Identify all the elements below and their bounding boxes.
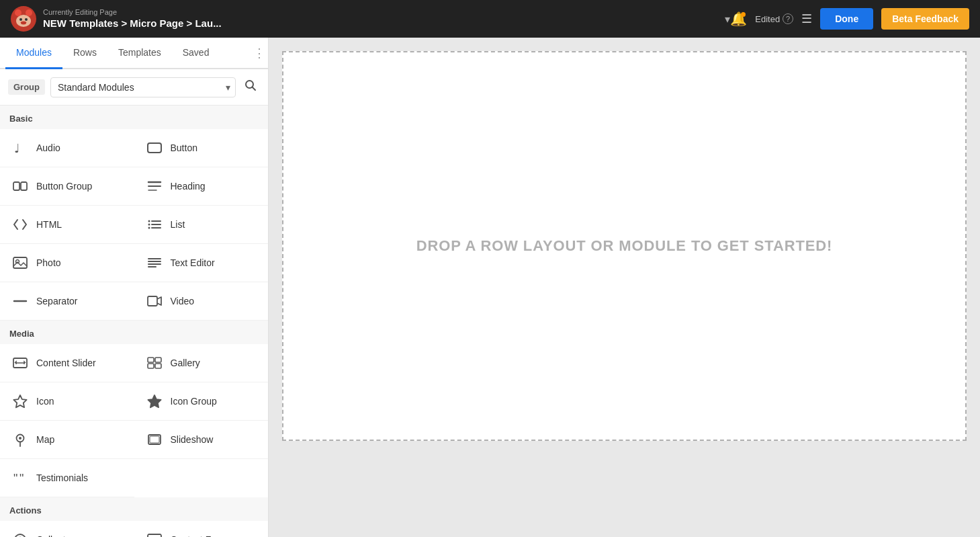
svg-marker-37 <box>148 395 161 407</box>
section-header-actions: Actions <box>0 497 268 521</box>
module-item-gallery[interactable]: Gallery <box>134 344 269 382</box>
notification-bell-icon[interactable]: 🔔 <box>730 11 747 27</box>
svg-rect-49 <box>148 534 161 537</box>
topbar-right: 🔔 Edited ? ☰ Done Beta Feedback <box>730 8 969 30</box>
svg-point-20 <box>148 227 150 229</box>
main-layout: Modules Rows Templates Saved ⋮ Group Sta… <box>0 38 980 537</box>
notification-dot <box>741 12 746 17</box>
button-group-icon <box>11 177 30 196</box>
module-label-video: Video <box>171 296 195 306</box>
html-icon <box>11 215 30 234</box>
search-icon <box>244 79 257 92</box>
module-item-icon-group[interactable]: Icon Group <box>134 382 269 421</box>
module-item-html[interactable]: HTML <box>0 206 134 244</box>
module-label-photo: Photo <box>36 257 61 268</box>
group-select-wrapper: Standard Modules Custom Modules ▾ <box>50 77 236 97</box>
module-label-separator: Separator <box>36 296 77 306</box>
svg-rect-33 <box>155 358 161 362</box>
section-header-media: Media <box>0 321 268 344</box>
module-item-icon[interactable]: Icon <box>0 382 134 421</box>
svg-point-1 <box>15 9 21 16</box>
svg-rect-12 <box>21 182 27 190</box>
svg-text:": " <box>19 472 24 484</box>
topbar-title: NEW Templates > Micro Page > Lau... <box>43 17 721 30</box>
module-item-button[interactable]: Button <box>134 129 269 167</box>
module-label-audio: Audio <box>36 142 60 153</box>
beta-feedback-button[interactable]: Beta Feedback <box>881 8 969 30</box>
module-item-video[interactable]: Video <box>134 282 269 321</box>
module-label-html: HTML <box>36 219 62 230</box>
module-label-button: Button <box>171 142 197 153</box>
module-item-testimonials[interactable]: " " Testimonials <box>0 459 134 497</box>
sidebar-tabs: Modules Rows Templates Saved ⋮ <box>0 38 268 69</box>
module-label-callout: Callout <box>36 534 66 537</box>
callout-icon <box>11 530 30 537</box>
canvas-placeholder: DROP A ROW LAYOUT OR MODULE TO GET START… <box>416 237 833 255</box>
svg-point-18 <box>148 224 150 226</box>
topbar-title-group: Currently Editing Page NEW Templates > M… <box>43 8 721 30</box>
topbar: Currently Editing Page NEW Templates > M… <box>0 0 980 38</box>
button-icon <box>145 138 164 157</box>
module-item-text-editor[interactable]: Text Editor <box>134 244 269 282</box>
module-label-content-slider: Content Slider <box>36 358 96 368</box>
tab-saved[interactable]: Saved <box>172 38 220 69</box>
module-item-button-group[interactable]: Button Group <box>0 167 134 206</box>
canvas-page[interactable]: DROP A ROW LAYOUT OR MODULE TO GET START… <box>282 51 967 441</box>
module-item-list[interactable]: List <box>134 206 269 244</box>
list-icon <box>145 215 164 234</box>
separator-icon <box>11 292 30 311</box>
module-label-list: List <box>171 219 185 230</box>
module-item-heading[interactable]: Heading <box>134 167 269 206</box>
edited-label: Edited <box>755 14 780 24</box>
svg-point-4 <box>19 18 22 21</box>
sidebar-drag-handle-icon[interactable]: ⋮ <box>253 46 265 60</box>
module-label-gallery: Gallery <box>171 358 200 368</box>
module-item-separator[interactable]: Separator <box>0 282 134 321</box>
tab-templates[interactable]: Templates <box>107 38 172 69</box>
module-item-content-slider[interactable]: Content Slider <box>0 344 134 382</box>
module-label-heading: Heading <box>171 181 206 192</box>
search-button[interactable] <box>241 76 260 98</box>
module-item-contact-form[interactable]: Contact Form <box>134 521 269 537</box>
list-view-icon[interactable]: ☰ <box>801 11 812 26</box>
contact-form-icon <box>145 530 164 537</box>
icon-module-icon <box>11 392 30 411</box>
svg-point-3 <box>16 15 31 27</box>
module-label-icon-group: Icon Group <box>171 396 217 407</box>
tab-rows[interactable]: Rows <box>62 38 107 69</box>
topbar-subtitle: Currently Editing Page <box>43 8 721 17</box>
topbar-dropdown-chevron[interactable]: ▾ <box>725 13 730 26</box>
group-label: Group <box>8 79 45 95</box>
module-item-audio[interactable]: ♩ Audio <box>0 129 134 167</box>
module-item-photo[interactable]: Photo <box>0 244 134 282</box>
svg-rect-10 <box>148 143 161 153</box>
module-item-slideshow[interactable]: Slideshow <box>134 421 269 459</box>
testimonials-icon: " " <box>11 468 30 487</box>
canvas-area: DROP A ROW LAYOUT OR MODULE TO GET START… <box>269 38 980 537</box>
svg-text:": " <box>13 472 17 484</box>
tab-modules[interactable]: Modules <box>5 38 62 69</box>
module-label-button-group: Button Group <box>36 181 92 192</box>
video-icon <box>145 292 164 311</box>
basic-module-grid: ♩ Audio Button <box>0 129 268 321</box>
svg-point-16 <box>148 220 150 222</box>
content-slider-icon <box>11 354 30 372</box>
module-label-testimonials: Testimonials <box>36 472 88 483</box>
logo-icon <box>11 6 36 32</box>
edited-help-icon[interactable]: ? <box>783 13 793 24</box>
done-button[interactable]: Done <box>820 8 873 30</box>
svg-rect-34 <box>148 364 154 368</box>
map-icon <box>11 430 30 449</box>
edited-status: Edited ? <box>755 13 793 24</box>
text-editor-icon <box>145 253 164 272</box>
module-label-text-editor: Text Editor <box>171 257 215 268</box>
svg-rect-32 <box>148 358 154 362</box>
module-item-callout[interactable]: Callout <box>0 521 134 537</box>
slideshow-icon <box>145 430 164 449</box>
heading-icon <box>145 177 164 196</box>
module-label-contact-form: Contact Form <box>171 534 228 537</box>
module-item-map[interactable]: Map <box>0 421 134 459</box>
svg-marker-36 <box>13 395 26 407</box>
svg-rect-22 <box>13 257 27 268</box>
group-select[interactable]: Standard Modules Custom Modules <box>50 77 236 97</box>
